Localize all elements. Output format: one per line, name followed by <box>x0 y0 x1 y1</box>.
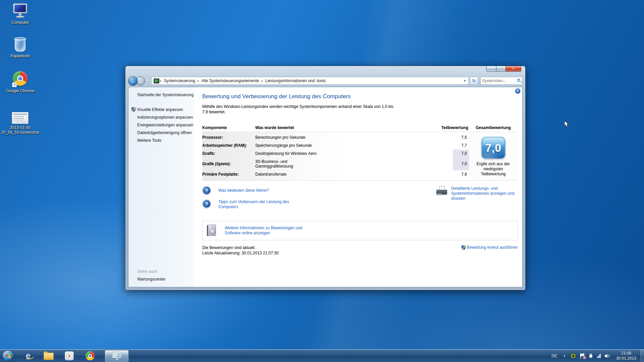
score-table-header: Komponente Was wurde bewertet Teilbewert… <box>202 123 518 132</box>
taskbar-item-internet-explorer[interactable]: e <box>19 350 37 362</box>
volume-icon[interactable] <box>605 354 610 358</box>
sidebar-item-energieeinstellungen[interactable]: Energieeinstellungen anpassen <box>137 123 193 127</box>
desktop-icon-label-line1: 2013-01-30 <box>1 125 40 130</box>
search-box <box>480 77 523 85</box>
score-table-body: Prozessor: Berechnungen pro Sekunde 7,5 … <box>202 132 469 180</box>
page-title: Bewertung und Verbesserung der Leistung … <box>202 93 518 100</box>
maximize-button[interactable]: ▢ <box>496 66 506 72</box>
component-subscore: 7,0 <box>453 149 469 158</box>
breadcrumb-item-leistungsinformationen[interactable]: Leistungsinformationen und -tools <box>263 78 328 83</box>
window-titlebar[interactable] <box>125 66 525 76</box>
component-subscore: 7,9 <box>453 170 469 178</box>
action-center-flag-icon[interactable]: ✕ <box>580 353 585 358</box>
mouse-cursor <box>564 121 569 129</box>
total-score-panel: 7,0 Ergibt sich aus der niedrigsten Teil… <box>469 132 518 180</box>
rerun-assessment-link[interactable]: Bewertung erneut ausführen <box>462 245 518 250</box>
print-details-label[interactable]: Detaillierte Leistungs- und Systeminform… <box>451 186 518 214</box>
taskbar-item-media-player[interactable] <box>60 350 78 362</box>
address-dropdown-chevron-icon[interactable]: ▼ <box>461 77 469 84</box>
rerun-assessment-label[interactable]: Bewertung erneut ausführen <box>467 245 518 250</box>
taskbar: e DE ▲ ✕ 21:08 30.01 <box>0 349 644 362</box>
help-link-tips[interactable]: ? Tipps zum Verbessern der Leistung des … <box>202 199 290 209</box>
table-row: Prozessor: Berechnungen pro Sekunde 7,5 <box>202 133 469 141</box>
base-score-caption: Ergibt sich aus der niedrigsten Teilbewe… <box>473 162 514 177</box>
start-button[interactable] <box>2 350 13 361</box>
component-name: Grafik (Spiele): <box>202 160 255 168</box>
refresh-button[interactable]: ↻ <box>470 77 478 85</box>
language-indicator[interactable]: DE <box>548 354 560 358</box>
show-hidden-icons-icon[interactable]: ▲ <box>560 354 569 357</box>
chrome-icon: ↗ <box>12 71 28 87</box>
help-link-values[interactable]: ? Was bedeuten diese Werte? <box>202 186 290 195</box>
status-last-update: Letzte Aktualisierung: 30.01.2013 21:07:… <box>202 250 279 256</box>
chrome-icon <box>86 351 95 360</box>
show-desktop-button[interactable] <box>640 350 644 362</box>
desktop: Computer Papierkorb ↗ Google Chrome 2013… <box>0 0 644 362</box>
recent-pages-chevron-icon[interactable]: ▼ <box>146 79 149 82</box>
help-link-values-label[interactable]: Was bedeuten diese Werte? <box>218 188 269 193</box>
column-header-component: Komponente <box>202 125 255 130</box>
see-also-section: Siehe auch Wartungscenter <box>137 269 165 282</box>
taskbar-item-chrome[interactable] <box>81 350 99 362</box>
back-button[interactable]: ← <box>128 76 138 86</box>
taskbar-item-performance-tools-active[interactable] <box>105 350 129 362</box>
component-name: Primäre Festplatte: <box>202 170 255 178</box>
internet-explorer-icon: e <box>26 351 31 361</box>
breadcrumb-item-systemsteuerung[interactable]: Systemsteuerung <box>161 78 197 83</box>
column-header-assessed: Was wurde bewertet <box>255 125 439 130</box>
component-assessed: Speichervorgänge pro Sekunde <box>255 141 453 149</box>
power-plug-icon[interactable] <box>589 353 593 358</box>
clock[interactable]: 21:08 30.01.2013 <box>612 351 640 361</box>
sidebar-item-visuelle-effekte[interactable]: Visuelle Effekte anpassen <box>137 107 183 112</box>
search-input[interactable] <box>481 78 514 83</box>
component-name: Prozessor: <box>202 133 255 141</box>
component-name: Grafik: <box>202 149 255 158</box>
table-row: Arbeitsspeicher (RAM): Speichervorgänge … <box>202 141 469 149</box>
sidebar-item-wartungscenter[interactable]: Wartungscenter <box>137 277 165 282</box>
base-score-badge: 7,0 <box>481 137 505 159</box>
virtualbox-tray-icon[interactable] <box>571 353 576 358</box>
shortcut-arrow-icon: ↗ <box>12 82 17 87</box>
clock-date: 30.01.2013 <box>616 356 636 361</box>
desktop-icon-computer[interactable]: Computer <box>1 3 40 25</box>
desktop-icon-recycle-bin[interactable]: Papierkorb <box>1 37 40 58</box>
breadcrumb-item-alle-elemente[interactable]: Alle Systemsteuerungselemente <box>199 78 261 83</box>
desktop-icon-label: Computer <box>1 20 40 25</box>
sidebar-item-datentraegerbereinigung[interactable]: Datenträgerbereinigung öffnen <box>137 130 192 135</box>
main-panel: ? Bewertung und Verbesserung der Leistun… <box>194 87 523 287</box>
address-bar[interactable]: ▸ Systemsteuerung ▸ Alle Systemsteuerung… <box>151 77 469 85</box>
recycle-bin-icon <box>14 37 26 52</box>
table-row: Primäre Festplatte: Datentransferrate 7,… <box>202 170 469 178</box>
question-mark-icon: ? <box>202 186 211 195</box>
sidebar-item-indizierungsoptionen[interactable]: Indizierungsoptionen anpassen <box>137 115 193 120</box>
back-arrow-icon: ← <box>130 78 136 84</box>
close-button[interactable]: ✕ <box>506 66 521 72</box>
desktop-icon-google-chrome[interactable]: ↗ Google Chrome <box>1 71 40 93</box>
column-header-subscore: Teilbewertung <box>439 125 469 130</box>
network-signal-icon[interactable] <box>597 354 601 358</box>
explorer-window: — ▢ ✕ ← → ▼ ▸ Systemsteuerung ▸ Alle Sys… <box>125 66 526 290</box>
component-assessed: 3D-Business- und Gaminggrafikleistung <box>255 158 453 170</box>
sidebar: Startseite der Systemsteuerung Visuelle … <box>128 87 194 287</box>
help-link-tips-label[interactable]: Tipps zum Verbessern der Leistung des Co… <box>218 199 290 209</box>
performance-tools-icon <box>112 352 122 360</box>
help-icon[interactable]: ? <box>515 88 521 94</box>
desktop-icon-label: Google Chrome <box>1 88 40 93</box>
taskbar-item-explorer[interactable] <box>40 350 57 362</box>
media-player-icon <box>65 351 74 360</box>
desktop-icon-label: Papierkorb <box>1 54 40 58</box>
clock-time: 21:08 <box>616 351 636 356</box>
desktop-icon-screenshot-file[interactable]: 2013-01-30 20_56_55-Greenshot <box>1 112 40 135</box>
minimize-button[interactable]: — <box>486 66 496 72</box>
sidebar-item-weitere-tools[interactable]: Weitere Tools <box>137 138 161 143</box>
print-details-link[interactable]: Detaillierte Leistungs- und Systeminform… <box>436 186 518 214</box>
uac-shield-icon <box>462 245 466 250</box>
folder-icon <box>44 353 53 359</box>
online-info-link[interactable]: Weitere Informationen zu Bewertungen und… <box>225 226 319 236</box>
desktop-icon-label-line2: 20_56_55-Greenshot <box>1 130 40 135</box>
forward-arrow-icon: → <box>138 78 143 84</box>
system-tray: DE ▲ ✕ 21:08 30.01.2013 <box>548 350 644 362</box>
table-row: Grafik: Desktopleistung für Windows Aero… <box>202 149 469 158</box>
sidebar-item-home[interactable]: Startseite der Systemsteuerung <box>137 93 194 97</box>
computer-icon <box>12 3 28 19</box>
